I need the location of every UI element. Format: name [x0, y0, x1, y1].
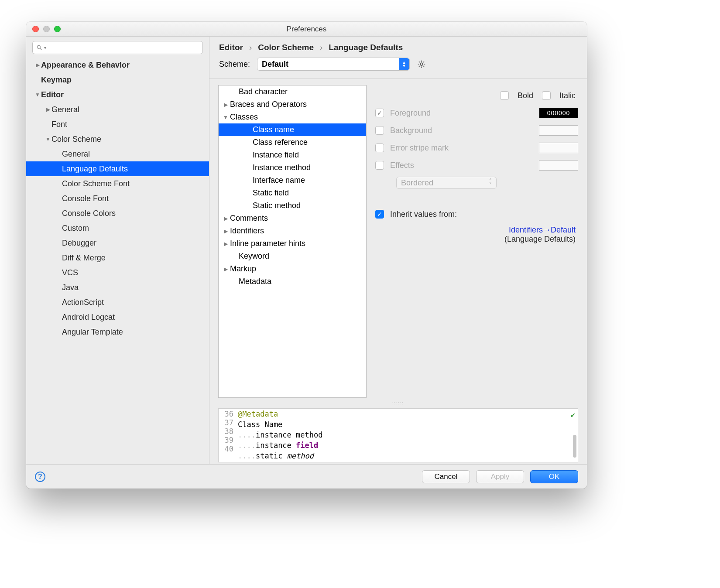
attr-item-label: Interface name [253, 176, 305, 185]
sidebar-item-label: General [62, 150, 90, 159]
line-number: 36 [219, 410, 233, 418]
breadcrumb: Editor › Color Scheme › Language Default… [209, 37, 587, 55]
sidebar-item-diff-merge[interactable]: Diff & Merge [26, 250, 209, 265]
attr-item-classes[interactable]: ▼Classes [219, 111, 366, 123]
attr-item-label: Static method [253, 201, 301, 210]
attr-item-keyword[interactable]: Keyword [219, 250, 366, 263]
attr-item-instance-field[interactable]: Instance field [219, 149, 366, 161]
sidebar-item-angular-template[interactable]: Angular Template [26, 325, 209, 339]
chevron-right-icon: ▶ [221, 228, 230, 234]
sidebar-item-console-font[interactable]: Console Font [26, 191, 209, 206]
gutter: 3637383940 [219, 409, 236, 462]
inherit-checkbox[interactable]: ✓ [375, 210, 384, 219]
attr-item-identifiers[interactable]: ▶Identifiers [219, 225, 366, 237]
scheme-select[interactable]: Default ▲▼ [257, 58, 410, 71]
sidebar-item-label: Editor [41, 90, 64, 99]
preferences-window: Preferences ▾ ▶Appearance & BehaviorKeym… [26, 22, 587, 489]
error-stripe-checkbox[interactable] [375, 144, 384, 152]
sidebar-item-vcs[interactable]: VCS [26, 265, 209, 280]
sidebar-item-font[interactable]: Font [26, 117, 209, 132]
attribute-tree[interactable]: Bad character▶Braces and Operators▼Class… [218, 85, 367, 398]
background-label: Background [390, 126, 432, 135]
code-line: Class Name [238, 420, 578, 431]
sidebar-item-color-scheme[interactable]: ▼Color Scheme [26, 132, 209, 147]
sidebar-item-label: Console Font [62, 194, 109, 203]
inspection-ok-icon: ✔ [571, 410, 575, 419]
attr-item-instance-method[interactable]: Instance method [219, 161, 366, 174]
effects-checkbox[interactable] [375, 161, 384, 170]
sidebar-item-java[interactable]: Java [26, 280, 209, 295]
breadcrumb-color-scheme[interactable]: Color Scheme [258, 43, 314, 52]
search-field[interactable] [48, 44, 199, 51]
breadcrumb-editor[interactable]: Editor [219, 43, 243, 52]
sidebar-item-label: Language Defaults [62, 164, 128, 174]
chevron-right-icon: ▶ [221, 241, 230, 247]
attr-item-label: Comments [230, 214, 268, 223]
foreground-label: Foreground [390, 109, 431, 118]
sidebar: ▾ ▶Appearance & BehaviorKeymap▼Editor▶Ge… [26, 37, 209, 464]
attr-item-braces-and-operators[interactable]: ▶Braces and Operators [219, 98, 366, 111]
sidebar-item-label: Angular Template [62, 328, 123, 337]
help-button[interactable]: ? [35, 472, 45, 482]
attr-item-static-method[interactable]: Static method [219, 199, 366, 212]
scrollbar-thumb[interactable] [573, 435, 576, 458]
sidebar-item-general[interactable]: General [26, 147, 209, 161]
sidebar-item-console-colors[interactable]: Console Colors [26, 206, 209, 221]
error-stripe-label: Error stripe mark [390, 144, 449, 153]
attribute-properties: Bold Italic ✓ Foreground 000000 Backgrou… [375, 85, 578, 398]
sidebar-item-keymap[interactable]: Keymap [26, 72, 209, 87]
sidebar-item-label: Java [62, 283, 79, 292]
sidebar-item-general[interactable]: ▶General [26, 102, 209, 117]
code-line: ....static method [238, 451, 578, 462]
attr-item-class-name[interactable]: Class name [219, 123, 366, 136]
chevron-down-icon: ▼ [221, 114, 230, 120]
foreground-checkbox[interactable]: ✓ [375, 109, 384, 117]
effects-swatch[interactable] [539, 160, 578, 171]
sidebar-item-label: Custom [62, 224, 89, 233]
error-stripe-swatch[interactable] [539, 143, 578, 153]
attr-item-interface-name[interactable]: Interface name [219, 174, 366, 187]
attr-item-inline-parameter-hints[interactable]: ▶Inline parameter hints [219, 237, 366, 250]
sidebar-item-android-logcat[interactable]: Android Logcat [26, 310, 209, 325]
splitter-handle[interactable]: :::::: [218, 401, 578, 405]
search-input[interactable]: ▾ [32, 41, 203, 54]
attr-item-label: Bad character [239, 87, 288, 96]
svg-line-1 [40, 48, 42, 50]
gear-icon[interactable] [417, 59, 426, 69]
titlebar: Preferences [26, 22, 587, 37]
attr-item-markup[interactable]: ▶Markup [219, 263, 366, 275]
preview-editor[interactable]: 3637383940 ✔ @MetadataClass Name....inst… [218, 408, 578, 462]
chevron-down-icon[interactable]: ▾ [44, 45, 46, 50]
attr-item-metadata[interactable]: Metadata [219, 275, 366, 288]
sidebar-item-color-scheme-font[interactable]: Color Scheme Font [26, 176, 209, 191]
sidebar-item-custom[interactable]: Custom [26, 221, 209, 236]
sidebar-item-appearance-behavior[interactable]: ▶Appearance & Behavior [26, 58, 209, 72]
chevron-right-icon: ▶ [45, 106, 51, 113]
sidebar-item-debugger[interactable]: Debugger [26, 236, 209, 250]
effects-type-value: Bordered [401, 178, 433, 188]
foreground-swatch[interactable]: 000000 [539, 108, 578, 118]
ok-button[interactable]: OK [530, 470, 578, 483]
attr-item-static-field[interactable]: Static field [219, 187, 366, 199]
inherit-link[interactable]: Identifiers→Default [509, 226, 576, 234]
sidebar-item-actionscript[interactable]: ActionScript [26, 295, 209, 310]
dialog-footer: ? Cancel Apply OK [26, 464, 587, 489]
cancel-button[interactable]: Cancel [422, 470, 470, 483]
line-number: 40 [219, 444, 233, 453]
attr-item-bad-character[interactable]: Bad character [219, 85, 366, 98]
background-swatch[interactable] [539, 125, 578, 136]
background-checkbox[interactable] [375, 126, 384, 135]
select-stepper-icon[interactable]: ▲▼ [399, 58, 409, 70]
chevron-right-icon: ▶ [34, 62, 41, 68]
bold-checkbox[interactable] [500, 91, 509, 100]
attr-item-class-reference[interactable]: Class reference [219, 136, 366, 149]
attr-item-label: Classes [230, 113, 258, 122]
chevron-updown-icon: ˄˅ [489, 179, 492, 187]
sidebar-item-label: Android Logcat [62, 313, 115, 322]
attr-item-label: Braces and Operators [230, 100, 307, 109]
sidebar-item-language-defaults[interactable]: Language Defaults [26, 161, 209, 176]
chevron-right-icon: ▶ [221, 215, 230, 222]
italic-checkbox[interactable] [542, 91, 551, 100]
attr-item-comments[interactable]: ▶Comments [219, 212, 366, 225]
sidebar-item-editor[interactable]: ▼Editor [26, 87, 209, 102]
